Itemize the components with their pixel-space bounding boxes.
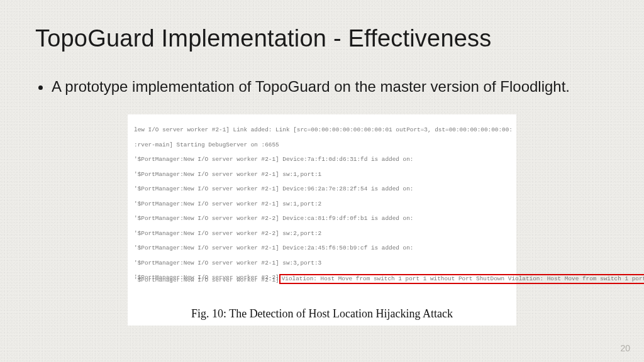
bullet-list: A prototype implementation of TopoGuard …	[35, 77, 609, 97]
slide-container: TopoGuard Implementation - Effectiveness…	[0, 0, 644, 362]
violation-line: Violation: Host Move from switch 1 port …	[282, 275, 504, 282]
page-number: 20	[620, 343, 630, 353]
log-line: '$PortManager:New I/O server worker #2-2…	[134, 230, 510, 238]
log-line: lew I/O server worker #2-1] Link added: …	[134, 126, 510, 134]
violation-line: Violation: Host Move from switch 1 port …	[508, 275, 644, 282]
log-line: :rver-main] Starting DebugServer on :665…	[134, 141, 510, 149]
log-line: '$PortManager:New I/O server worker #2-2…	[134, 215, 510, 222]
figure-caption: Fig. 10: The Detection of Host Location …	[134, 307, 510, 321]
bullet-item: A prototype implementation of TopoGuard …	[52, 77, 609, 97]
log-line: '$PortManager:New I/O server worker #2-1…	[134, 185, 510, 193]
violation-highlight: Violation: Host Move from switch 1 port …	[279, 274, 644, 283]
log-line: '$PortManager:New I/O server worker #2-1…	[134, 156, 510, 163]
figure-block: lew I/O server worker #2-1] Link added: …	[128, 114, 516, 326]
slide-title: TopoGuard Implementation - Effectiveness	[35, 25, 609, 52]
log-line: '$PortManager:New I/O server worker #2-1…	[134, 171, 510, 178]
log-line: '$PortManager:New I/O server worker #2-1…	[134, 200, 510, 208]
log-line: '$PortManager:New I/O server worker #2-1…	[134, 260, 510, 267]
log-output: lew I/O server worker #2-1] Link added: …	[134, 119, 510, 299]
log-line: '$PortManager:New I/O server worker #2-1…	[134, 244, 510, 252]
